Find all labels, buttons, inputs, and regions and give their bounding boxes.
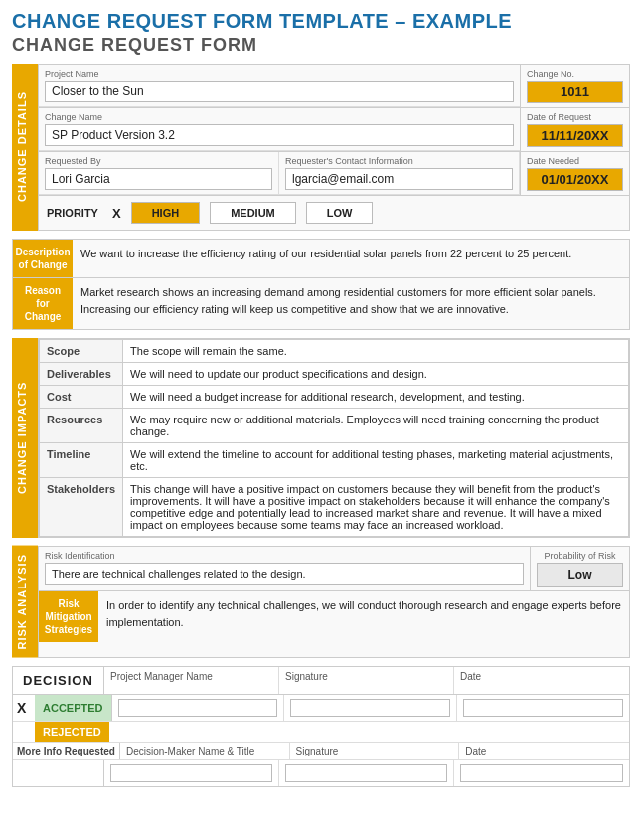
date2-col-header: Date: [459, 743, 629, 759]
impact-text: We may require new or additional materia…: [123, 409, 629, 443]
desc-reason-section: Description of Change We want to increas…: [12, 239, 630, 330]
date-field-1[interactable]: [457, 695, 630, 721]
reason-text: Market research shows an increasing dema…: [73, 278, 629, 329]
date-needed-value: 01/01/20XX: [527, 168, 623, 191]
accepted-row: X ACCEPTED: [13, 695, 629, 722]
description-label: Description of Change: [13, 240, 73, 277]
requested-by-label: Requested By: [45, 156, 272, 166]
signature-field-1[interactable]: [284, 695, 457, 721]
reason-row: Reason for Change Market research shows …: [13, 278, 629, 329]
pm-name-field[interactable]: [112, 695, 284, 721]
impact-text: We will extend the timeline to account f…: [123, 443, 629, 478]
impact-label: Cost: [40, 386, 123, 409]
project-name-group: Project Name Closer to the Sun: [39, 65, 520, 107]
risk-mit-label: Risk Mitigation Strategies: [39, 591, 98, 642]
change-name-group: Change Name SP Product Version 3.2: [39, 108, 520, 151]
date-of-request-value: 11/11/20XX: [527, 124, 623, 147]
date-needed-group: Date Needed 01/01/20XX: [520, 152, 629, 195]
decision-title: DECISION: [13, 667, 104, 694]
requested-by-group: Requested By Lori Garcia: [39, 152, 279, 195]
rejected-label: REJECTED: [35, 722, 109, 742]
accepted-label: ACCEPTED: [35, 695, 111, 721]
risk-analysis-label: RISK ANALYSIS: [12, 546, 38, 658]
change-details-section: CHANGE DETAILS Project Name Closer to th…: [12, 64, 630, 231]
accepted-x: X: [13, 695, 35, 721]
change-impacts-section: CHANGE IMPACTS ScopeThe scope will remai…: [12, 338, 630, 538]
probability-label: Probability of Risk: [537, 551, 623, 561]
impact-text: The scope will remain the same.: [123, 340, 629, 363]
signature2-col-header: Signature: [290, 743, 460, 759]
change-no-value: 1011: [527, 81, 623, 103]
main-title: CHANGE REQUEST FORM TEMPLATE – EXAMPLE: [12, 10, 630, 33]
requester-contact-group: Requester's Contact Information lgarcia@…: [279, 152, 520, 195]
impact-row: TimelineWe will extend the timeline to a…: [40, 443, 629, 478]
date-of-request-label: Date of Request: [527, 112, 623, 122]
risk-mit-text: In order to identify any technical chall…: [98, 591, 629, 642]
priority-low: LOW: [306, 202, 374, 224]
change-name-label: Change Name: [45, 112, 514, 122]
dm-fields-row: [13, 760, 629, 786]
change-no-label: Change No.: [527, 69, 623, 79]
priority-label: PRIORITY: [47, 207, 98, 219]
rejected-x-empty: [13, 722, 35, 742]
description-text: We want to increase the efficiency ratin…: [73, 240, 629, 277]
sub-title: CHANGE REQUEST FORM: [12, 35, 630, 56]
impact-row: StakeholdersThis change will have a posi…: [40, 478, 629, 537]
risk-prob-group: Probability of Risk Low: [530, 547, 629, 590]
rejected-spacer: [109, 722, 629, 742]
project-name-value: Closer to the Sun: [45, 81, 514, 102]
impact-text: We will need a budget increase for addit…: [123, 386, 629, 409]
more-info-label: More Info Requested: [13, 743, 120, 759]
dm-spacer: [13, 760, 104, 786]
decision-col-headers: Project Manager Name Signature Date: [104, 667, 629, 694]
priority-high: HIGH: [131, 202, 201, 224]
impact-label: Resources: [40, 409, 123, 443]
risk-id-value: There are technical challenges related t…: [45, 563, 524, 585]
decision-section: DECISION Project Manager Name Signature …: [12, 666, 630, 787]
signature2-field[interactable]: [279, 760, 454, 786]
change-impacts-label: CHANGE IMPACTS: [12, 338, 38, 538]
priority-medium: MEDIUM: [210, 202, 296, 224]
signature-col-header: Signature: [279, 667, 454, 694]
requester-contact-value: lgarcia@email.com: [285, 168, 513, 190]
risk-analysis-section: RISK ANALYSIS Risk Identification There …: [12, 546, 630, 658]
impacts-table: ScopeThe scope will remain the same.Deli…: [39, 339, 629, 537]
impact-label: Scope: [40, 340, 123, 363]
priority-x: X: [112, 206, 121, 221]
date2-field[interactable]: [454, 760, 629, 786]
dm-name-col-header: Decision-Maker Name & Title: [120, 743, 290, 759]
date-col-header: Date: [454, 667, 629, 694]
requester-contact-label: Requester's Contact Information: [285, 156, 513, 166]
dm-name-field[interactable]: [104, 760, 279, 786]
project-name-label: Project Name: [45, 69, 514, 79]
date-of-request-group: Date of Request 11/11/20XX: [520, 108, 629, 151]
priority-row: PRIORITY X HIGH MEDIUM LOW: [39, 196, 629, 230]
dm-col-headers: Decision-Maker Name & Title Signature Da…: [120, 743, 629, 759]
impact-label: Deliverables: [40, 363, 123, 386]
accepted-fields: [111, 695, 629, 721]
risk-mitigation-row: Risk Mitigation Strategies In order to i…: [39, 591, 629, 642]
change-details-content: Project Name Closer to the Sun Change No…: [38, 64, 630, 231]
risk-id-label: Risk Identification: [45, 551, 524, 561]
risk-analysis-content: Risk Identification There are technical …: [38, 546, 630, 658]
impact-text: We will need to update our product speci…: [123, 363, 629, 386]
reason-label: Reason for Change: [13, 278, 73, 329]
more-info-text: More Info Requested: [17, 746, 115, 756]
description-row: Description of Change We want to increas…: [13, 240, 629, 278]
impact-text: This change will have a positive impact …: [123, 478, 629, 537]
impact-label: Stakeholders: [40, 478, 123, 537]
decision-header-row: DECISION Project Manager Name Signature …: [13, 667, 629, 695]
requested-by-value: Lori Garcia: [45, 168, 272, 190]
impact-row: ResourcesWe may require new or additiona…: [40, 409, 629, 443]
change-details-label: CHANGE DETAILS: [12, 64, 38, 231]
dm-col-headers-row: More Info Requested Decision-Maker Name …: [13, 743, 629, 760]
impact-label: Timeline: [40, 443, 123, 478]
change-impacts-content: ScopeThe scope will remain the same.Deli…: [38, 338, 630, 538]
impact-row: CostWe will need a budget increase for a…: [40, 386, 629, 409]
change-name-value: SP Product Version 3.2: [45, 124, 514, 146]
risk-top: Risk Identification There are technical …: [39, 547, 629, 591]
dm-fields: [104, 760, 629, 786]
risk-id-group: Risk Identification There are technical …: [39, 547, 530, 590]
rejected-row: REJECTED: [13, 722, 629, 743]
impact-row: ScopeThe scope will remain the same.: [40, 340, 629, 363]
